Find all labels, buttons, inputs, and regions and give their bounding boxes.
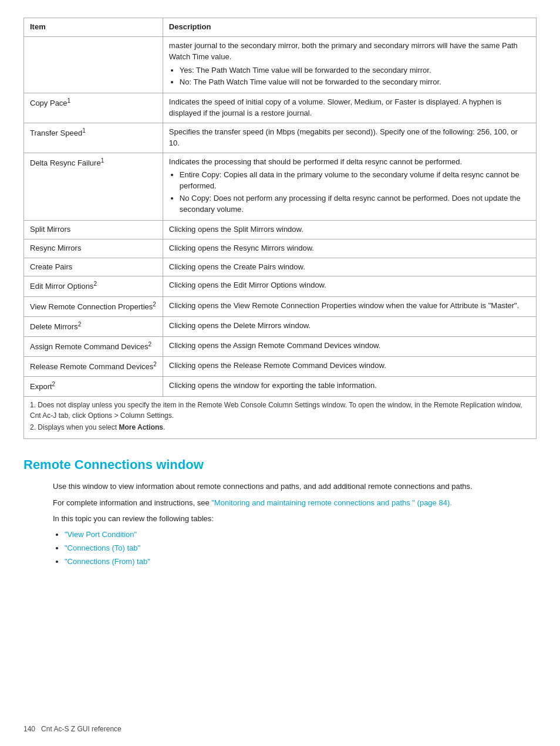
table-cell-item: Release Remote Command Devices2 [24, 357, 163, 377]
list-item: No: The Path Watch Time value will not b… [180, 77, 530, 88]
table-row: View Remote Connection Properties2Clicki… [24, 296, 537, 316]
desc-para: Clicking opens the Edit Mirror Options w… [169, 280, 530, 291]
table-cell-item: Assign Remote Command Devices2 [24, 336, 163, 356]
table-cell-desc: Clicking opens the View Remote Connectio… [163, 296, 536, 316]
desc-para: Indicates the speed of initial copy of a… [169, 97, 530, 119]
table-cell-desc: master journal to the secondary mirror, … [163, 36, 536, 93]
footnote-para: 2. Displays when you select More Actions… [30, 423, 530, 433]
table-cell-item: Split Mirrors [24, 220, 163, 239]
section-para2: For complete information and instruction… [53, 497, 537, 509]
desc-para: Clicking opens the window for exporting … [169, 380, 530, 391]
table-row: Edit Mirror Options2Clicking opens the E… [24, 276, 537, 296]
desc-para: Clicking opens the View Remote Connectio… [169, 301, 530, 312]
footnote-bold: More Actions [119, 423, 163, 431]
table-row: Transfer Speed1Specifies the transfer sp… [24, 123, 537, 153]
desc-para: Clicking opens the Assign Remote Command… [169, 340, 530, 352]
list-item: Yes: The Path Watch Time value will be f… [180, 65, 530, 76]
table-cell-desc: Clicking opens the Resync Mirrors window… [163, 239, 536, 258]
desc-para: Clicking opens the Release Remote Comman… [169, 360, 530, 372]
desc-para: Clicking opens the Split Mirrors window. [169, 224, 530, 235]
table-cell-desc: Clicking opens the Create Pairs window. [163, 258, 536, 276]
table-cell-desc: Clicking opens the Split Mirrors window. [163, 220, 536, 239]
table-cell-desc: Clicking opens the Assign Remote Command… [163, 336, 536, 356]
table-row: Copy Pace1Indicates the speed of initial… [24, 93, 537, 123]
table-row: Delete Mirrors2Clicking opens the Delete… [24, 316, 537, 336]
section-para3: In this topic you can review the followi… [53, 513, 537, 525]
table-cell-item: Export2 [24, 377, 163, 397]
table-cell-desc: Clicking opens the Release Remote Comman… [163, 357, 536, 377]
list-item: No Copy: Does not perform any processing… [180, 193, 530, 215]
table-row: Delta Resync Failure1Indicates the proce… [24, 153, 537, 220]
list-item: "Connections (To) tab" [65, 543, 537, 554]
footnote-cell: 1. Does not display unless you specify t… [24, 397, 537, 438]
section-bullet-link[interactable]: "Connections (To) tab" [65, 544, 140, 552]
table-cell-item: View Remote Connection Properties2 [24, 296, 163, 316]
list-item: "View Port Condition" [65, 529, 537, 541]
desc-para: Specifies the transfer speed (in Mbps (m… [169, 127, 530, 149]
table-cell-item: Transfer Speed1 [24, 123, 163, 153]
table-cell-item: Edit Mirror Options2 [24, 276, 163, 296]
table-row: Assign Remote Command Devices2Clicking o… [24, 336, 537, 356]
table-cell-desc: Clicking opens the Delete Mirrors window… [163, 316, 536, 336]
list-item: "Connections (From) tab" [65, 556, 537, 568]
list-item: Entire Copy: Copies all data in the prim… [180, 170, 530, 192]
section-para2-prefix: For complete information and instruction… [53, 498, 211, 507]
table-cell-desc: Clicking opens the window for exporting … [163, 377, 536, 397]
table-cell-desc: Specifies the transfer speed (in Mbps (m… [163, 123, 536, 153]
desc-para: Clicking opens the Create Pairs window. [169, 262, 530, 273]
desc-bullet-list: Entire Copy: Copies all data in the prim… [169, 170, 530, 215]
table-row: Resync MirrorsClicking opens the Resync … [24, 239, 537, 258]
desc-para: Clicking opens the Delete Mirrors window… [169, 320, 530, 332]
monitoring-link[interactable]: "Monitoring and maintaining remote conne… [211, 498, 452, 507]
table-cell-item: Delta Resync Failure1 [24, 153, 163, 220]
table-row: Export2Clicking opens the window for exp… [24, 377, 537, 397]
section-body: Use this window to view information abou… [23, 481, 537, 567]
desc-bullet-list: Yes: The Path Watch Time value will be f… [169, 65, 530, 89]
section-title: Remote Connections window [23, 455, 537, 474]
table-cell-item [24, 36, 163, 93]
table-row: master journal to the secondary mirror, … [24, 36, 537, 93]
table-row: Release Remote Command Devices2Clicking … [24, 357, 537, 377]
table-row: Create PairsClicking opens the Create Pa… [24, 258, 537, 276]
table-header-item: Item [24, 18, 163, 37]
table-row: Split MirrorsClicking opens the Split Mi… [24, 220, 537, 239]
table-header-desc: Description [163, 18, 536, 37]
desc-para: master journal to the secondary mirror, … [169, 40, 530, 63]
table-cell-item: Copy Pace1 [24, 93, 163, 123]
table-cell-desc: Indicates the speed of initial copy of a… [163, 93, 536, 123]
section-para1: Use this window to view information abou… [53, 481, 537, 492]
reference-table: Item Description master journal to the s… [23, 18, 537, 439]
desc-para: Indicates the processing that should be … [169, 157, 530, 168]
section-bullets-list: "View Port Condition""Connections (To) t… [53, 529, 537, 568]
table-cell-item: Create Pairs [24, 258, 163, 276]
remote-connections-section: Remote Connections window Use this windo… [23, 455, 537, 568]
table-cell-item: Delete Mirrors2 [24, 316, 163, 336]
desc-para: Clicking opens the Resync Mirrors window… [169, 243, 530, 254]
footnote-row: 1. Does not display unless you specify t… [24, 397, 537, 438]
section-bullet-link[interactable]: "View Port Condition" [65, 530, 137, 539]
footnote-para: 1. Does not display unless you specify t… [30, 400, 530, 421]
table-cell-desc: Clicking opens the Edit Mirror Options w… [163, 276, 536, 296]
section-bullet-link[interactable]: "Connections (From) tab" [65, 557, 150, 566]
table-cell-item: Resync Mirrors [24, 239, 163, 258]
table-cell-desc: Indicates the processing that should be … [163, 153, 536, 220]
